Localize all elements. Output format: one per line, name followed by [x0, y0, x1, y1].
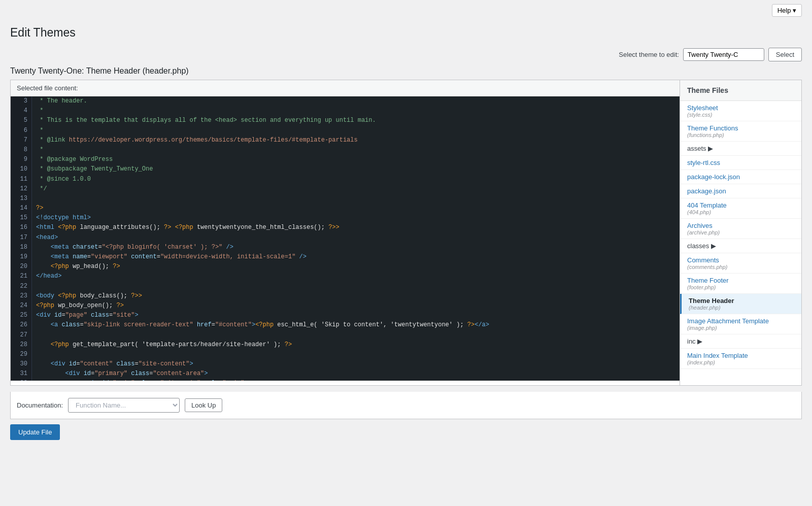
line-content: <?php wp_body_open(); ?> — [32, 301, 128, 311]
sidebar-item-filename: (archive.php) — [687, 229, 794, 235]
theme-select[interactable]: Twenty Twenty-C Twenty Twenty-One Twenty… — [683, 48, 764, 61]
sidebar-item-comments[interactable]: Comments(comments.php) — [680, 253, 801, 274]
sidebar-item-404-template[interactable]: 404 Template(404.php) — [680, 198, 801, 219]
code-line: 27 — [11, 330, 680, 340]
lookup-button[interactable]: Look Up — [185, 398, 222, 412]
sidebar-item-link[interactable]: Archives — [687, 222, 794, 229]
code-editor[interactable]: 3 * The header.4 *5 * This is the templa… — [11, 96, 680, 381]
code-line: 25<div id="page" class="site"> — [11, 311, 680, 320]
code-line: 23<body <?php body_class(); ?>> — [11, 291, 680, 301]
code-line: 24<?php wp_body_open(); ?> — [11, 301, 680, 311]
line-content: * The header. — [32, 96, 91, 106]
sidebar-item-style-rtl[interactable]: style-rtl.css — [680, 156, 801, 170]
line-content: * This is the template that displays all… — [32, 116, 380, 125]
sidebar-item-package-json[interactable]: package.json — [680, 184, 801, 198]
sidebar-item-main-index[interactable]: Main Index Template(index.php) — [680, 349, 801, 369]
line-content: * — [32, 145, 47, 155]
line-number: 19 — [11, 252, 32, 262]
code-line: 17<head> — [11, 233, 680, 243]
code-line: 22 — [11, 282, 680, 291]
sidebar-item-filename: (index.php) — [687, 359, 794, 365]
line-number: 28 — [11, 340, 32, 350]
sidebar-item-link[interactable]: package.json — [687, 187, 794, 195]
sidebar-item-package-lock[interactable]: package-lock.json — [680, 170, 801, 184]
code-line: 12 */ — [11, 184, 680, 194]
help-button[interactable]: Help ▾ — [772, 4, 802, 17]
sidebar-item-link[interactable]: Comments — [687, 256, 794, 264]
line-content: <main id="main" class="site-main" role="… — [32, 379, 252, 381]
code-line: 26 <a class="skip-link screen-reader-tex… — [11, 320, 680, 330]
line-content: * — [32, 126, 47, 136]
line-content: <html <?php language_attributes(); ?> <?… — [32, 223, 344, 232]
sidebar-item-filename: (404.php) — [687, 209, 794, 215]
sidebar-item-filename: (image.php) — [687, 325, 794, 331]
line-number: 7 — [11, 136, 32, 145]
line-content: */ — [32, 184, 51, 194]
sidebar-item-link[interactable]: classes ▶ — [687, 242, 794, 250]
line-number: 22 — [11, 282, 32, 291]
sidebar-item-classes[interactable]: classes ▶ — [680, 239, 801, 253]
sidebar-item-theme-functions[interactable]: Theme Functions(functions.php) — [680, 121, 801, 142]
sidebar-item-inc[interactable]: inc ▶ — [680, 334, 801, 349]
line-number: 8 — [11, 145, 32, 155]
sidebar-item-link[interactable]: Theme Header — [689, 297, 794, 305]
line-content — [32, 194, 40, 204]
sidebar-item-link[interactable]: inc ▶ — [687, 338, 794, 345]
sidebar-item-link[interactable]: Theme Functions — [687, 124, 794, 132]
function-name-select[interactable]: Function Name... — [68, 398, 180, 413]
theme-files-sidebar: Theme Files Stylesheet(style.css)Theme F… — [680, 80, 801, 385]
sidebar-item-link[interactable]: Main Index Template — [687, 352, 794, 359]
sidebar-item-link[interactable]: Image Attachment Template — [687, 317, 794, 325]
line-content: ?> — [32, 204, 47, 213]
sidebar-item-link[interactable]: Theme Footer — [687, 277, 794, 284]
code-line: 3 * The header. — [11, 96, 680, 106]
line-number: 29 — [11, 350, 32, 359]
main-layout: Selected file content: 3 * The header.4 … — [10, 80, 802, 386]
sidebar-item-filename: (functions.php) — [687, 132, 794, 138]
line-content — [32, 330, 40, 340]
documentation-label: Documentation: — [17, 401, 63, 409]
code-line: 18 <meta charset="<?php bloginfo( 'chars… — [11, 243, 680, 252]
sidebar-item-image-attachment[interactable]: Image Attachment Template(image.php) — [680, 314, 801, 334]
line-number: 14 — [11, 204, 32, 213]
update-file-button[interactable]: Update File — [10, 424, 60, 440]
line-number: 12 — [11, 184, 32, 194]
code-line: 20 <?php wp_head(); ?> — [11, 262, 680, 272]
page-title: Edit Themes — [0, 21, 812, 48]
top-bar: Help ▾ — [0, 0, 812, 21]
line-content: </head> — [32, 272, 65, 281]
sidebar-item-filename: (comments.php) — [687, 264, 794, 270]
sidebar-item-link[interactable]: 404 Template — [687, 201, 794, 209]
line-number: 32 — [11, 379, 32, 381]
sidebar-item-theme-footer[interactable]: Theme Footer(footer.php) — [680, 274, 801, 294]
sidebar-item-link[interactable]: assets ▶ — [687, 145, 794, 152]
line-content — [32, 350, 40, 359]
sidebar-item-stylesheet[interactable]: Stylesheet(style.css) — [680, 101, 801, 121]
code-line: 7 * @link https://developer.wordpress.or… — [11, 136, 680, 145]
sidebar-title: Theme Files — [680, 80, 801, 101]
select-button[interactable]: Select — [768, 48, 802, 61]
line-content: <div id="primary" class="content-area"> — [32, 369, 212, 379]
sidebar-file-list: Stylesheet(style.css)Theme Functions(fun… — [680, 101, 801, 385]
line-content: <?php wp_head(); ?> — [32, 262, 124, 272]
sidebar-item-link[interactable]: style-rtl.css — [687, 159, 794, 166]
line-number: 26 — [11, 320, 32, 330]
line-number: 9 — [11, 155, 32, 164]
sidebar-item-filename: (header.php) — [689, 305, 794, 311]
sidebar-item-archives[interactable]: Archives(archive.php) — [680, 219, 801, 239]
line-content: * @since 1.0.0 — [32, 175, 95, 184]
line-content — [32, 282, 40, 291]
line-number: 27 — [11, 330, 32, 340]
line-content: * @link https://developer.wordpress.org/… — [32, 136, 362, 145]
line-number: 31 — [11, 369, 32, 379]
code-line: 30 <div id="content" class="site-content… — [11, 359, 680, 369]
line-content: <?php get_template_part( 'template-parts… — [32, 340, 296, 350]
sidebar-item-link[interactable]: package-lock.json — [687, 173, 794, 181]
code-line: 21</head> — [11, 272, 680, 281]
line-number: 5 — [11, 116, 32, 125]
sidebar-item-theme-header[interactable]: Theme Header(header.php) — [680, 294, 801, 314]
line-number: 16 — [11, 223, 32, 232]
sidebar-item-link[interactable]: Stylesheet — [687, 104, 794, 112]
sidebar-item-assets[interactable]: assets ▶ — [680, 142, 801, 156]
selected-file-label: Selected file content: — [11, 80, 680, 96]
